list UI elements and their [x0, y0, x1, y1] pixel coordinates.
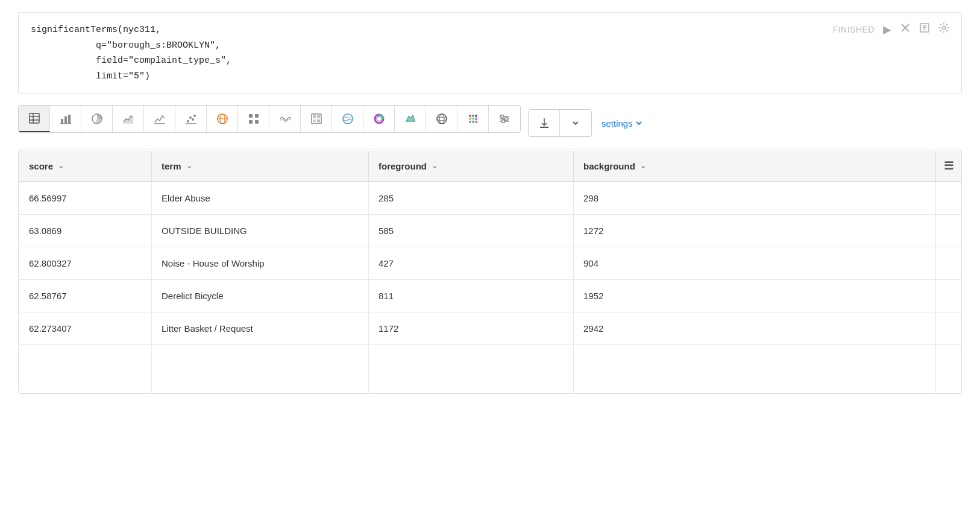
svg-point-35: [343, 114, 353, 124]
scatter-chart-button[interactable]: [175, 106, 207, 132]
cell-foreground: 811: [369, 280, 574, 312]
empty-cell: [152, 345, 369, 393]
svg-point-41: [469, 115, 471, 117]
col-header-term[interactable]: term ⌄: [152, 151, 369, 182]
svg-rect-32: [317, 115, 320, 118]
grid-view-button[interactable]: [238, 106, 269, 132]
pie-chart-button[interactable]: [81, 106, 113, 132]
run-icon[interactable]: ▶: [883, 23, 891, 36]
cell-menu-spacer: [936, 182, 961, 215]
cell-background: 298: [574, 182, 936, 215]
cell-term: Noise - House of Worship: [152, 247, 369, 280]
svg-rect-34: [317, 119, 320, 122]
cell-menu-spacer: [936, 280, 961, 312]
results-table: score ⌄ term ⌄ foreground ⌄: [19, 150, 961, 393]
download-group: [528, 109, 592, 137]
svg-point-20: [192, 118, 194, 121]
settings-label: settings: [602, 118, 633, 128]
book-icon[interactable]: [919, 22, 930, 36]
status-label: FINISHED: [833, 25, 875, 34]
svg-point-53: [501, 115, 504, 118]
svg-point-43: [475, 115, 477, 117]
svg-point-45: [472, 118, 474, 120]
cell-term: Litter Basket / Request: [152, 312, 369, 345]
cell-score: 63.0869: [19, 215, 152, 247]
svg-point-48: [472, 121, 474, 123]
empty-cell: [369, 345, 574, 393]
code-actions: FINISHED ▶: [833, 22, 949, 36]
svg-point-49: [475, 121, 477, 123]
cell-score: 66.56997: [19, 182, 152, 215]
download-button[interactable]: [529, 110, 560, 136]
results-table-container: score ⌄ term ⌄ foreground ⌄: [18, 150, 962, 394]
score-label: score: [29, 161, 53, 171]
foreground-label: foreground: [378, 161, 427, 171]
svg-point-6: [943, 27, 946, 30]
globe-view-button[interactable]: [207, 106, 238, 132]
cell-score: 62.273407: [19, 312, 152, 345]
column-menu-icon[interactable]: ☰: [944, 160, 953, 172]
background-sort-icon[interactable]: ⌄: [640, 162, 646, 170]
code-block: significantTerms(nyc311, q="borough_s:BR…: [18, 12, 962, 94]
svg-rect-13: [68, 115, 71, 124]
svg-point-38: [437, 114, 447, 124]
stop-icon[interactable]: [900, 22, 911, 36]
svg-rect-28: [249, 120, 253, 124]
settings-button[interactable]: settings: [602, 118, 642, 128]
dots-view-button[interactable]: [457, 106, 489, 132]
svg-point-18: [187, 120, 189, 122]
area-chart-button[interactable]: [113, 106, 144, 132]
visualization-toolbar: [18, 105, 521, 133]
col-header-menu[interactable]: ☰: [936, 151, 961, 182]
table-row: 62.58767Derelict Bicycle8111952: [19, 280, 961, 312]
table-view-button[interactable]: [19, 106, 50, 132]
svg-point-37: [377, 116, 382, 121]
empty-cell: [19, 345, 152, 393]
cell-score: 62.58767: [19, 280, 152, 312]
svg-rect-11: [61, 119, 63, 124]
sliders-view-button[interactable]: [489, 106, 520, 132]
term-sort-icon[interactable]: ⌄: [186, 162, 192, 170]
cell-menu-spacer: [936, 247, 961, 280]
svg-rect-26: [249, 114, 253, 118]
col-header-foreground[interactable]: foreground ⌄: [369, 151, 574, 182]
cell-score: 62.800327: [19, 247, 152, 280]
empty-row: [19, 345, 961, 393]
globe3-view-button[interactable]: [426, 106, 457, 132]
col-header-background[interactable]: background ⌄: [574, 151, 936, 182]
svg-point-55: [502, 120, 505, 123]
donut-chart-button[interactable]: [363, 106, 395, 132]
geo-chart-button[interactable]: [395, 106, 426, 132]
col-header-score[interactable]: score ⌄: [19, 151, 152, 182]
cell-background: 2942: [574, 312, 936, 345]
svg-rect-27: [255, 114, 259, 118]
cell-foreground: 1172: [369, 312, 574, 345]
term-label: term: [162, 161, 181, 171]
cell-background: 1272: [574, 215, 936, 247]
svg-rect-33: [313, 119, 316, 122]
bar-chart-button[interactable]: [50, 106, 81, 132]
cell-term: Elder Abuse: [152, 182, 369, 215]
svg-rect-7: [30, 113, 39, 123]
wave-view-button[interactable]: [269, 106, 301, 132]
table-row: 66.56997Elder Abuse285298: [19, 182, 961, 215]
cell-term: OUTSIDE BUILDING: [152, 215, 369, 247]
svg-point-54: [505, 118, 508, 121]
cell-background: 904: [574, 247, 936, 280]
code-text: significantTerms(nyc311, q="borough_s:BR…: [31, 22, 231, 84]
foreground-sort-icon[interactable]: ⌄: [432, 162, 438, 170]
line-chart-button[interactable]: [144, 106, 175, 132]
cell-menu-spacer: [936, 215, 961, 247]
cell-foreground: 427: [369, 247, 574, 280]
world-map-button[interactable]: [332, 106, 363, 132]
svg-rect-29: [255, 120, 259, 124]
table-row: 62.800327Noise - House of Worship427904: [19, 247, 961, 280]
background-label: background: [583, 161, 635, 171]
settings-gear-icon[interactable]: [938, 22, 949, 36]
score-sort-icon[interactable]: ⌄: [58, 162, 64, 170]
dropdown-arrow-button[interactable]: [560, 110, 591, 136]
svg-point-19: [189, 116, 192, 119]
svg-rect-12: [64, 116, 67, 124]
heatmap-button[interactable]: [301, 106, 332, 132]
toolbar-row: settings: [18, 105, 962, 141]
